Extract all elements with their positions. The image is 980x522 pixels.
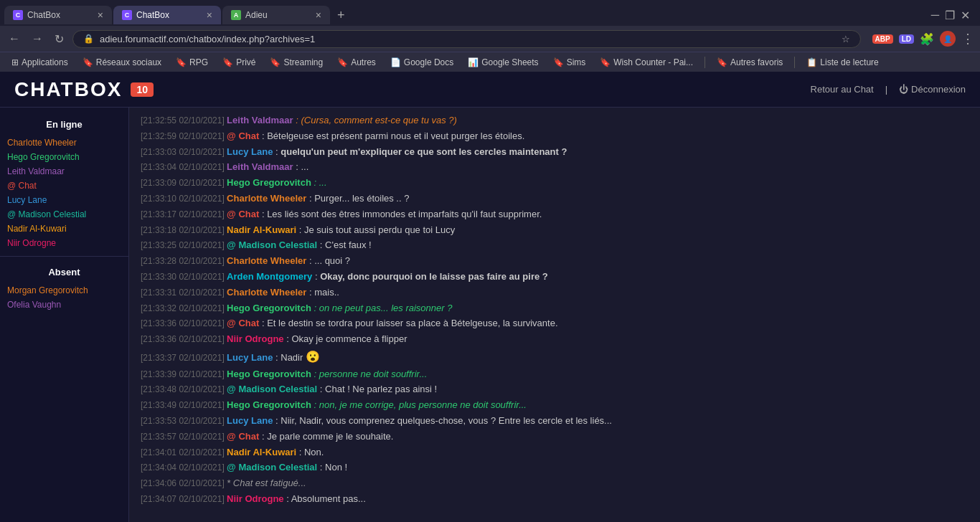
sidebar-user-leith[interactable]: Leith Valdmaar (0, 164, 128, 179)
bookmark-rpg[interactable]: 🔖 RPG (170, 56, 214, 69)
browser-extensions: ABP LD 🧩 👤 ⋮ (872, 31, 974, 47)
chat-message-5: [21:33:10 02/10/2021] Charlotte Wheeler … (141, 191, 969, 207)
streaming-icon: 🔖 (270, 57, 281, 67)
message-text-1: : Bételgeuse est présent parmi nous et i… (259, 130, 524, 141)
author-15: Lucy Lane (227, 352, 273, 363)
chat-message-19: [21:33:53 02/10/2021] Lucy Lane : Niir, … (141, 414, 969, 429)
message-text-23: est fatigué... (253, 478, 306, 488)
message-text-15: : Nadir (273, 352, 306, 363)
sidebar-user-hego[interactable]: Hego Gregorovitch (0, 150, 128, 164)
chat-message-15: [21:33:37 02/10/2021] Lucy Lane : Nadir … (141, 348, 969, 366)
chat-message-16: [21:33:39 02/10/2021] Hego Gregorovitch … (141, 367, 969, 382)
message-text-14: : Okay je commence à flipper (284, 333, 407, 344)
tab-1[interactable]: C ChatBox × (4, 6, 112, 24)
chat-message-11: [21:33:31 02/10/2021] Charlotte Wheeler … (141, 285, 969, 300)
tab-2-close[interactable]: × (207, 10, 212, 20)
message-text-24: : Absolument pas... (284, 493, 366, 504)
bookmark-applications[interactable]: ⊞ Applications (6, 56, 74, 69)
tab-2[interactable]: C ChatBox × (113, 6, 221, 24)
message-text-18: : non, je me corrige, plus personne ne d… (311, 399, 527, 410)
main-layout: En ligne Charlotte Wheeler Hego Gregorov… (0, 108, 980, 522)
new-tab-button[interactable]: + (331, 9, 351, 22)
chat-message-17: [21:33:48 02/10/2021] @ Madison Celestia… (141, 382, 969, 397)
apps-icon: ⊞ (11, 57, 19, 67)
sidebar-user-nadir[interactable]: Nadir Al-Kuwari (0, 222, 128, 236)
author-13: @ Chat (227, 318, 259, 328)
sidebar-user-niir[interactable]: Niir Odrogne (0, 236, 128, 250)
author-10: Arden Montgomery (227, 271, 312, 282)
ld-extension[interactable]: LD (899, 34, 914, 44)
bookmark-wish-label: Wish Counter - Pai... (613, 57, 693, 67)
timestamp-11: [21:33:31 02/10/2021] (141, 288, 227, 298)
header-separator: | (885, 84, 887, 95)
autres-icon: 🔖 (337, 57, 348, 67)
chat-message-2: [21:33:03 02/10/2021] Lucy Lane : quelqu… (141, 145, 969, 160)
sidebar-user-charlotte[interactable]: Charlotte Wheeler (0, 136, 128, 150)
tab-1-close[interactable]: × (98, 10, 103, 20)
author-22: @ Madison Celestial (227, 462, 317, 473)
author-4: Hego Gregorovitch (227, 177, 311, 188)
chat-message-12: [21:33:32 02/10/2021] Hego Gregorovitch … (141, 301, 969, 316)
bookmarks-bar: ⊞ Applications 🔖 Réseaux sociaux 🔖 RPG 🔖… (0, 52, 980, 72)
address-right-icons: ☆ (842, 34, 850, 44)
bookmark-google-docs[interactable]: 📄 Google Docs (385, 56, 459, 69)
author-11: Charlotte Wheeler (227, 287, 306, 298)
browser-menu-button[interactable]: ⋮ (961, 31, 974, 47)
puzzle-icon[interactable]: 🧩 (920, 32, 934, 46)
profile-avatar[interactable]: 👤 (940, 31, 956, 47)
message-text-22: : Non ! (317, 462, 347, 473)
bookmark-autres[interactable]: 🔖 Autres (331, 56, 382, 69)
bookmark-autres-favoris[interactable]: 🔖 Autres favoris (711, 56, 788, 69)
bookmark-liste-lecture[interactable]: 📋 Liste de lecture (801, 56, 884, 69)
author-9: Charlotte Wheeler (227, 255, 306, 266)
maximize-button[interactable]: ❐ (945, 9, 955, 22)
chat-message-4: [21:33:09 02/10/2021] Hego Gregorovitch … (141, 176, 969, 191)
bookmark-autres-favoris-label: Autres favoris (730, 57, 783, 67)
author-21: Nadir Al-Kuwari (227, 447, 296, 457)
author-7: Nadir Al-Kuwari (227, 224, 296, 235)
chatbox-count: 10 (131, 82, 154, 97)
tab-3-close[interactable]: × (316, 10, 321, 20)
bookmark-applications-label: Applications (22, 57, 68, 67)
sidebar-user-chat[interactable]: @ Chat (0, 179, 128, 193)
reload-button[interactable]: ↻ (52, 31, 67, 47)
sidebar-user-lucy[interactable]: Lucy Lane (0, 193, 128, 207)
sidebar-user-ofelia[interactable]: Ofelia Vaughn (0, 298, 128, 312)
logout-button[interactable]: ⏻ Déconnexion (899, 84, 966, 95)
bookmark-prive[interactable]: 🔖 Privé (217, 56, 261, 69)
tab-3[interactable]: A Adieu × (222, 6, 330, 24)
close-button[interactable]: ✕ (961, 9, 970, 22)
address-bar[interactable]: 🔒 adieu.forumactif.com/chatbox/index.php… (72, 30, 861, 48)
author-23: * Chat (227, 478, 253, 488)
bookmark-wish[interactable]: 🔖 Wish Counter - Pai... (594, 56, 699, 69)
timestamp-12: [21:33:32 02/10/2021] (141, 303, 227, 313)
online-section-title: En ligne (0, 115, 128, 136)
message-text-9: : ... quoi ? (306, 255, 350, 266)
chat-message-22: [21:34:04 02/10/2021] @ Madison Celestia… (141, 460, 969, 475)
author-8: @ Madison Celestial (227, 239, 317, 250)
message-text-12: : on ne peut pas... les raisonner ? (311, 303, 453, 313)
minimize-button[interactable]: ─ (931, 9, 939, 22)
bookmark-streaming[interactable]: 🔖 Streaming (264, 56, 329, 69)
tab-1-title: ChatBox (27, 10, 92, 20)
bookmark-google-sheets[interactable]: 📊 Google Sheets (462, 56, 544, 69)
timestamp-20: [21:33:57 02/10/2021] (141, 432, 227, 442)
back-button[interactable]: ← (6, 31, 23, 47)
chat-message-0: [21:32:55 02/10/2021] Leith Valdmaar : (… (141, 113, 969, 128)
star-icon[interactable]: ☆ (842, 34, 850, 44)
address-bar-row: ← → ↻ 🔒 adieu.forumactif.com/chatbox/ind… (0, 26, 980, 52)
timestamp-7: [21:33:18 02/10/2021] (141, 225, 227, 235)
chat-message-23: [21:34:06 02/10/2021] * Chat est fatigué… (141, 476, 969, 491)
timestamp-21: [21:34:01 02/10/2021] (141, 447, 227, 457)
author-19: Lucy Lane (227, 415, 273, 426)
sidebar-user-madison[interactable]: @ Madison Celestial (0, 207, 128, 222)
abp-extension[interactable]: ABP (872, 34, 893, 44)
forward-button[interactable]: → (29, 31, 46, 47)
bookmark-sims[interactable]: 🔖 Sims (547, 56, 592, 69)
sidebar-user-morgan[interactable]: Morgan Gregorovitch (0, 283, 128, 298)
bookmark-streaming-label: Streaming (283, 57, 323, 67)
bookmark-reseaux[interactable]: 🔖 Réseaux sociaux (77, 56, 167, 69)
message-colon-2: : (273, 146, 281, 157)
return-chat-link[interactable]: Retour au Chat (811, 84, 874, 95)
message-text-17: : Chat ! Ne parlez pas ainsi ! (317, 384, 437, 394)
